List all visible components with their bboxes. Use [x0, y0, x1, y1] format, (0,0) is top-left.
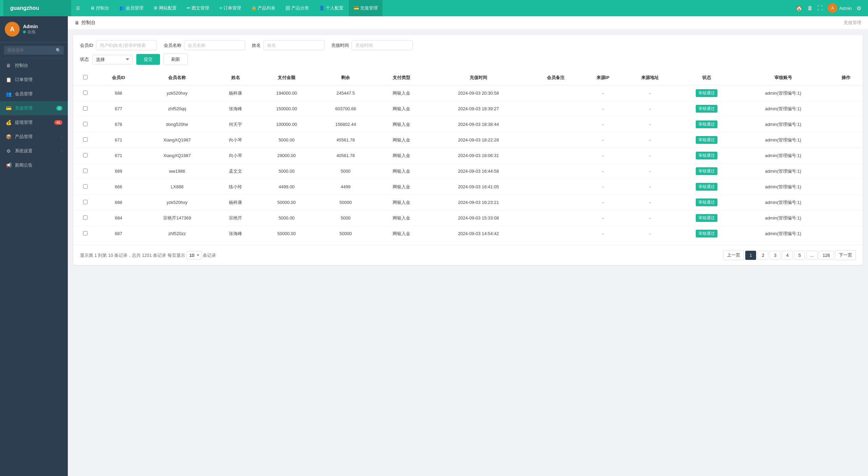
- col-member-name: 会员名称: [140, 71, 214, 85]
- cell-time: 2024-09-03 18:06:31: [428, 148, 530, 164]
- user-info: A Admin: [828, 3, 852, 13]
- cell-id: 688: [97, 195, 140, 210]
- refresh-button[interactable]: 刷新: [163, 54, 188, 65]
- nav-personal[interactable]: 👤 个人配置: [314, 0, 348, 16]
- cell-checkbox: [73, 101, 97, 117]
- cell-checkbox: [73, 132, 97, 148]
- sidebar-item-dashboard[interactable]: 🖥 控制台: [0, 58, 68, 73]
- nav-dashboard[interactable]: 🖥 控制台: [85, 0, 114, 16]
- cell-admin: admin(管理编号:1): [737, 164, 829, 179]
- cell-admin: admin(管理编号:1): [737, 132, 829, 148]
- sidebar-item-product[interactable]: 📦 产品管理 ‹: [0, 130, 68, 144]
- prev-page-button[interactable]: 上一页: [723, 250, 744, 260]
- cell-status: 审核通过: [676, 210, 737, 226]
- status-badge: 审核通过: [696, 89, 717, 97]
- filter-label-recharge-time: 充值时间: [331, 42, 349, 49]
- filter-input-real-name[interactable]: [263, 40, 324, 50]
- pagination-info: 显示第 1 到第 10 条记录，总共 1251 条记录 每页显示 10 20 5…: [80, 251, 216, 260]
- sidebar-item-label: 提现管理: [15, 119, 33, 126]
- nav-config[interactable]: ⚙ 网站配置: [149, 0, 181, 16]
- cell-ip: -: [582, 148, 624, 164]
- filter-label-status: 状态: [80, 56, 89, 62]
- filter-select-status[interactable]: 选择: [92, 55, 133, 64]
- cell-status: 审核通过: [676, 85, 737, 101]
- filter-input-member-id[interactable]: [96, 40, 157, 50]
- sidebar-item-withdraw[interactable]: 💰 提现管理 45: [0, 115, 68, 130]
- row-checkbox[interactable]: [83, 106, 87, 111]
- sidebar-item-member[interactable]: 👥 会员管理: [0, 87, 68, 101]
- row-checkbox[interactable]: [83, 169, 87, 173]
- col-remark: 会员备注: [530, 71, 582, 85]
- page-2-button[interactable]: 2: [757, 251, 768, 260]
- select-all-checkbox[interactable]: [83, 75, 87, 79]
- breadcrumb-right: 充值管理: [844, 20, 861, 26]
- filter-input-recharge-time[interactable]: [352, 40, 413, 50]
- more-options-icon[interactable]: ⚙: [856, 5, 861, 12]
- sidebar-item-label: 新闻公告: [15, 162, 33, 168]
- pagination-controls: 上一页 1 2 3 4 5 ... 126 下一页: [723, 250, 856, 260]
- nav-member[interactable]: 👥 会员管理: [115, 0, 149, 16]
- row-checkbox[interactable]: [83, 122, 87, 126]
- row-checkbox[interactable]: [83, 184, 87, 189]
- order-icon: 📋: [5, 77, 12, 82]
- cell-realname: 张海峰: [214, 101, 257, 117]
- status-badge: 审核通过: [696, 183, 717, 191]
- cell-remark: [530, 164, 582, 179]
- cell-realname: 向小琴: [214, 148, 257, 164]
- product-icon: 📦: [5, 134, 12, 139]
- row-checkbox[interactable]: [83, 137, 87, 142]
- chevron-left-icon2: ‹: [61, 149, 62, 153]
- status-badge: 审核通过: [696, 230, 717, 237]
- sidebar-item-system[interactable]: ⚙ 系统设置 ‹: [0, 144, 68, 158]
- home-icon[interactable]: 🏠: [796, 5, 803, 12]
- cell-op: [829, 148, 863, 164]
- nav-product-cat[interactable]: ▦ 产品分类: [281, 0, 314, 16]
- system-icon: ⚙: [5, 148, 12, 154]
- page-1-button[interactable]: 1: [745, 251, 756, 260]
- cell-ip: -: [582, 210, 624, 226]
- sidebar-item-label: 产品管理: [15, 134, 33, 140]
- brand-logo: guangzhou: [3, 0, 71, 16]
- nav-order[interactable]: ≡ 订单管理: [215, 0, 246, 16]
- row-checkbox[interactable]: [83, 153, 87, 157]
- cell-remain: 156802.44: [316, 117, 375, 132]
- page-4-button[interactable]: 4: [782, 251, 793, 260]
- table-row: 688 yzk520hxy 杨梓康 194000.00 245447.5 网银入…: [73, 85, 863, 101]
- recharge-icon: 💳: [5, 106, 12, 111]
- cell-status: 审核通过: [676, 195, 737, 210]
- page-5-button[interactable]: 5: [794, 251, 805, 260]
- sidebar-item-recharge[interactable]: 💳 充值管理 0: [0, 101, 68, 115]
- submit-button[interactable]: 提交: [136, 54, 160, 65]
- filter-input-member-name[interactable]: [184, 40, 245, 50]
- cell-admin: admin(管理编号:1): [737, 195, 829, 210]
- page-3-button[interactable]: 3: [770, 251, 781, 260]
- next-page-button[interactable]: 下一页: [835, 250, 856, 260]
- cell-id: 676: [97, 117, 140, 132]
- cell-remark: [530, 117, 582, 132]
- sidebar-item-news[interactable]: 📢 新闻公告: [0, 158, 68, 172]
- nav-media[interactable]: ✏ 图文管理: [182, 0, 214, 16]
- expand-icon[interactable]: ⛶: [817, 5, 823, 11]
- page-size-select[interactable]: 10 20 50: [186, 251, 202, 260]
- row-checkbox[interactable]: [83, 215, 87, 220]
- cell-addr: -: [624, 132, 676, 148]
- search-input[interactable]: [4, 46, 64, 55]
- nav-menu-toggle[interactable]: ☰: [71, 0, 85, 16]
- cell-status: 审核通过: [676, 164, 737, 179]
- nav-recharge[interactable]: 💳 充值管理: [349, 0, 383, 16]
- trash-icon[interactable]: 🗑: [807, 5, 813, 11]
- page-last-button[interactable]: 126: [819, 251, 834, 260]
- cell-op: [829, 117, 863, 132]
- filter-real-name: 姓名: [252, 40, 324, 50]
- row-checkbox[interactable]: [83, 231, 87, 235]
- cell-remark: [530, 226, 582, 242]
- sidebar-item-order[interactable]: 📋 订单管理: [0, 73, 68, 87]
- nav-product-list[interactable]: 🔒 产品列表: [246, 0, 280, 16]
- sidebar-item-label: 会员管理: [15, 91, 33, 97]
- cell-op: [829, 101, 863, 117]
- cell-realname: 何天宇: [214, 117, 257, 132]
- cell-remain: 245447.5: [316, 85, 375, 101]
- row-checkbox[interactable]: [83, 91, 87, 95]
- breadcrumb: 🖥 控制台 充值管理: [68, 16, 868, 30]
- row-checkbox[interactable]: [83, 200, 87, 204]
